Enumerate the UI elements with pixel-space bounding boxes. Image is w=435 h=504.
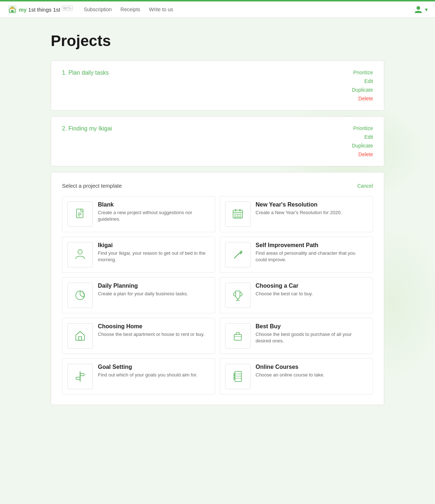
navbar: my 1st things 1st BETA Subscription Rece…	[0, 1, 435, 18]
template-info-goal-setting: Goal Setting Find out which of your goal…	[98, 364, 210, 378]
template-info-new-year: New Year's Resolution Create a New Year'…	[256, 201, 368, 216]
template-icon-self-improvement	[225, 242, 250, 267]
duplicate-2[interactable]: Duplicate	[337, 143, 373, 149]
trophy-icon	[231, 289, 244, 302]
template-header-title: Select a project template	[62, 183, 122, 189]
project-actions-1: Prioritize Edit Duplicate Delete	[337, 70, 373, 101]
template-info-choosing-car: Choosing a Car Choose the best car to bu…	[256, 283, 368, 297]
template-daily-planning[interactable]: Daily Planning Create a plan for your da…	[62, 277, 215, 313]
template-icon-goal-setting	[67, 364, 93, 389]
svg-point-37	[233, 376, 235, 377]
template-ikigai[interactable]: Ikigai Find your Ikigai, your reason to …	[62, 237, 215, 273]
template-desc-online-courses: Choose an online course to take.	[256, 372, 368, 378]
document-icon	[74, 208, 87, 221]
template-name-choosing-home: Choosing Home	[98, 323, 210, 330]
svg-rect-2	[11, 10, 13, 12]
template-icon-ikigai	[67, 242, 93, 267]
template-icon-blank	[67, 201, 93, 227]
person-icon	[74, 248, 87, 261]
templates-grid: Blank Create a new project without sugge…	[62, 196, 373, 395]
template-info-choosing-home: Choosing Home Choose the best apartment …	[98, 323, 210, 338]
calendar-icon	[231, 208, 244, 221]
project-title-2[interactable]: 2. Finding my Ikigai	[62, 125, 112, 132]
template-self-improvement[interactable]: Self Improvement Path Find areas of pers…	[220, 237, 373, 273]
edit-2[interactable]: Edit	[337, 134, 373, 140]
bag-icon	[231, 329, 244, 342]
template-online-courses[interactable]: Online Courses Choose an online course t…	[220, 358, 373, 395]
template-info-blank: Blank Create a new project without sugge…	[98, 201, 210, 222]
template-choosing-home[interactable]: Choosing Home Choose the best apartment …	[62, 318, 215, 354]
pie-chart-icon	[74, 289, 87, 302]
template-info-online-courses: Online Courses Choose an online course t…	[256, 364, 368, 378]
project-actions-2: Prioritize Edit Duplicate Delete	[337, 125, 373, 157]
template-desc-daily-planning: Create a plan for your daily business ta…	[98, 291, 210, 297]
user-avatar-icon	[413, 4, 423, 14]
template-info-daily-planning: Daily Planning Create a plan for your da…	[98, 283, 210, 297]
template-name-goal-setting: Goal Setting	[98, 364, 210, 370]
svg-rect-5	[76, 209, 83, 218]
template-icon-best-buy	[225, 323, 250, 349]
svg-rect-13	[235, 214, 236, 215]
template-icon-daily-planning	[67, 283, 93, 308]
template-name-online-courses: Online Courses	[256, 364, 368, 370]
svg-rect-31	[235, 371, 241, 382]
svg-rect-15	[240, 214, 241, 215]
template-best-buy[interactable]: Best Buy Choose the best goods to purcha…	[220, 318, 373, 354]
svg-marker-26	[76, 332, 84, 340]
template-desc-new-year: Create a New Year's Resolution for 2020.	[256, 209, 368, 216]
svg-rect-28	[234, 334, 241, 340]
template-info-ikigai: Ikigai Find your Ikigai, your reason to …	[98, 242, 210, 263]
cancel-button[interactable]: Cancel	[357, 183, 373, 189]
nav-write-to-us[interactable]: Write to us	[149, 7, 173, 12]
main-content: Projects 1. Plan daily tasks Prioritize …	[44, 18, 392, 425]
logo-icon	[7, 4, 17, 14]
project-card-2: 2. Finding my Ikigai Prioritize Edit Dup…	[51, 116, 384, 166]
template-desc-choosing-car: Choose the best car to buy.	[256, 291, 368, 297]
template-icon-new-year	[225, 201, 250, 227]
template-new-year[interactable]: New Year's Resolution Create a New Year'…	[220, 196, 373, 232]
template-name-ikigai: Ikigai	[98, 242, 210, 249]
wand-icon	[231, 248, 244, 261]
home-icon	[74, 329, 87, 342]
svg-line-20	[234, 253, 239, 258]
template-desc-self-improvement: Find areas of personality and character …	[256, 250, 368, 263]
template-name-self-improvement: Self Improvement Path	[256, 242, 368, 249]
template-header: Select a project template Cancel	[62, 183, 373, 189]
template-desc-choosing-home: Choose the best apartment or house to re…	[98, 331, 210, 338]
project-left-2: 2. Finding my Ikigai	[62, 125, 112, 132]
project-title-1[interactable]: 1. Plan daily tasks	[62, 70, 109, 76]
logo: my 1st things 1st BETA	[7, 4, 73, 14]
template-desc-ikigai: Find your Ikigai, your reason to get out…	[98, 250, 210, 263]
nav-links: Subscription Receipts Write to us	[84, 7, 413, 12]
svg-point-19	[78, 250, 82, 254]
svg-point-36	[233, 373, 235, 375]
user-menu-arrow: ▾	[425, 6, 428, 13]
template-choosing-car[interactable]: Choosing a Car Choose the best car to bu…	[220, 277, 373, 313]
template-name-best-buy: Best Buy	[256, 323, 368, 330]
project-card-1: 1. Plan daily tasks Prioritize Edit Dupl…	[51, 61, 384, 111]
template-goal-setting[interactable]: Goal Setting Find out which of your goal…	[62, 358, 215, 395]
delete-1[interactable]: Delete	[337, 96, 373, 101]
template-icon-choosing-car	[225, 283, 250, 308]
template-desc-blank: Create a new project without suggestions…	[98, 209, 210, 222]
template-blank[interactable]: Blank Create a new project without sugge…	[62, 196, 215, 232]
duplicate-1[interactable]: Duplicate	[337, 87, 373, 93]
nav-subscription[interactable]: Subscription	[84, 7, 112, 12]
edit-1[interactable]: Edit	[337, 78, 373, 84]
svg-rect-18	[240, 216, 241, 218]
svg-rect-27	[79, 337, 82, 340]
template-name-choosing-car: Choosing a Car	[256, 283, 368, 289]
prioritize-2[interactable]: Prioritize	[337, 125, 373, 131]
prioritize-1[interactable]: Prioritize	[337, 70, 373, 75]
template-icon-choosing-home	[67, 323, 93, 349]
template-name-new-year: New Year's Resolution	[256, 201, 368, 208]
nav-receipts[interactable]: Receipts	[120, 7, 140, 12]
template-desc-goal-setting: Find out which of your goals you should …	[98, 372, 210, 378]
signpost-icon	[74, 370, 87, 383]
template-selector: Select a project template Cancel Blank	[51, 172, 384, 405]
project-left-1: 1. Plan daily tasks	[62, 70, 109, 76]
delete-2[interactable]: Delete	[337, 151, 373, 157]
page-title: Projects	[51, 32, 384, 50]
svg-point-4	[417, 6, 420, 10]
user-menu[interactable]: ▾	[413, 4, 428, 14]
